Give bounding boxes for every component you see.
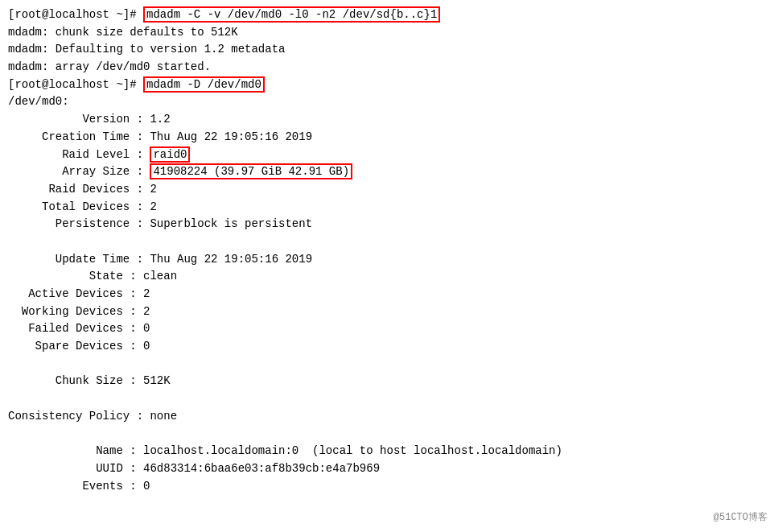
terminal-line: mdadm: chunk size defaults to 512K: [8, 24, 766, 42]
terminal-line: Events : 0: [8, 478, 766, 496]
prompt: [root@localhost ~]#: [8, 78, 143, 91]
terminal-line: mdadm: array /dev/md0 started.: [8, 59, 766, 76]
terminal-line: Failed Devices : 0: [8, 320, 766, 338]
prompt: [root@localhost ~]#: [8, 8, 143, 21]
terminal-line: [root@localhost ~]# mdadm -C -v /dev/md0…: [8, 6, 766, 24]
terminal-line: Total Devices : 2: [8, 199, 766, 217]
terminal-line: [8, 426, 766, 443]
terminal-line: State : clean: [8, 268, 766, 286]
array-size-highlight: 41908224 (39.97 GiB 42.91 GB): [150, 163, 352, 179]
terminal-line: /dev/md0:: [8, 93, 766, 111]
terminal-line: [root@localhost ~]# mdadm -D /dev/md0: [8, 76, 766, 94]
watermark: @51CTO博客: [714, 510, 768, 526]
terminal-content: [root@localhost ~]# mdadm -C -v /dev/md0…: [8, 6, 766, 495]
terminal-line: Raid Level : raid0: [8, 146, 766, 164]
terminal-line: Active Devices : 2: [8, 286, 766, 303]
terminal-line: Consistency Policy : none: [8, 408, 766, 426]
terminal-line: [8, 390, 766, 408]
terminal-line: Name : localhost.localdomain:0 (local to…: [8, 443, 766, 460]
terminal-line: [8, 233, 766, 251]
terminal-line: Raid Devices : 2: [8, 181, 766, 199]
terminal-line: UUID : 46d83314:6baa6e03:af8b39cb:e4a7b9…: [8, 460, 766, 478]
terminal-window: { "terminal": { "watermark": "@51CTO博客",…: [0, 0, 774, 532]
terminal-line: mdadm: Defaulting to version 1.2 metadat…: [8, 41, 766, 59]
terminal-line: Creation Time : Thu Aug 22 19:05:16 2019: [8, 129, 766, 146]
terminal-line: Chunk Size : 512K: [8, 373, 766, 390]
terminal-line: Persistence : Superblock is persistent: [8, 216, 766, 233]
terminal-line: [8, 356, 766, 373]
terminal-line: Version : 1.2: [8, 111, 766, 129]
terminal-line: Working Devices : 2: [8, 303, 766, 321]
terminal-line: Spare Devices : 0: [8, 338, 766, 356]
terminal-line: Array Size : 41908224 (39.97 GiB 42.91 G…: [8, 163, 766, 181]
command-highlight: mdadm -D /dev/md0: [143, 76, 265, 93]
terminal-line: Update Time : Thu Aug 22 19:05:16 2019: [8, 251, 766, 269]
raid-level-highlight: raid0: [150, 146, 190, 163]
command-highlight: mdadm -C -v /dev/md0 -l0 -n2 /dev/sd{b..…: [143, 6, 440, 23]
